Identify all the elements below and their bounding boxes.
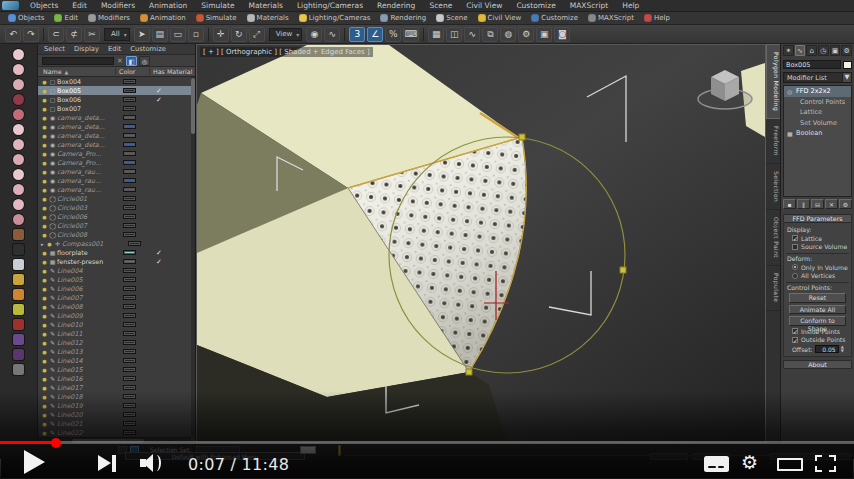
color-swatch[interactable] [123, 115, 136, 120]
table-row[interactable]: ●✎Line010 [38, 320, 191, 329]
ribbon-tab-polygon-modeling[interactable]: Polygon Modeling [766, 44, 780, 119]
color-swatch[interactable] [123, 232, 136, 237]
ribbon-button-maxscript[interactable]: MAXScript [583, 12, 639, 24]
search-options-button[interactable]: ◎ [139, 56, 150, 66]
ribbon-button-customize[interactable]: Customize [526, 12, 583, 24]
table-row[interactable]: ●✎Line018 [38, 392, 191, 401]
color-swatch[interactable] [123, 331, 136, 336]
strip-icon-8[interactable] [13, 169, 24, 180]
explorer-menu-display[interactable]: Display [74, 45, 99, 53]
window-crossing-icon[interactable]: ▫ [188, 27, 204, 42]
table-row[interactable]: ●◉camera_deta... [38, 122, 191, 131]
color-swatch[interactable] [123, 133, 136, 138]
manage-layers-icon[interactable]: ▦ [428, 27, 444, 42]
table-row[interactable]: ●✎Line017 [38, 383, 191, 392]
strip-icon-9[interactable] [13, 184, 24, 195]
color-swatch[interactable] [123, 169, 136, 174]
volume-button[interactable] [140, 453, 166, 473]
only-in-volume-radio-row[interactable]: Only In Volume [792, 264, 849, 271]
color-swatch[interactable] [123, 124, 136, 129]
color-swatch[interactable] [123, 250, 136, 255]
menu-item-rendering[interactable]: Rendering [370, 0, 422, 11]
table-row[interactable]: ●◯Circle008 [38, 230, 191, 239]
schematic-view-icon[interactable]: ⧉ [482, 27, 498, 42]
bind-to-space-warp-icon[interactable]: ✂ [84, 27, 100, 42]
select-and-scale-icon[interactable]: ⤢ [249, 27, 265, 42]
color-swatch[interactable] [123, 322, 136, 327]
table-row[interactable]: ●◯Circle007 [38, 221, 191, 230]
color-swatch[interactable] [123, 313, 136, 318]
select-by-name-icon[interactable]: ▤ [152, 27, 168, 42]
select-and-manipulate-icon[interactable]: ∿ [324, 27, 340, 42]
ribbon-button-civil-view[interactable]: Civil View [473, 12, 527, 24]
key-filter-button[interactable] [300, 446, 316, 454]
select-and-rotate-icon[interactable]: ↻ [231, 27, 247, 42]
color-swatch[interactable] [123, 259, 136, 264]
strip-icon-3[interactable] [13, 94, 24, 105]
table-row[interactable]: ●✎Line004 [38, 266, 191, 275]
table-row[interactable]: ●✎Line009 [38, 311, 191, 320]
ribbon-button-materials[interactable]: Materials [242, 12, 294, 24]
menu-item-lighting-cameras[interactable]: Lighting/Cameras [290, 0, 370, 11]
fullscreen-button[interactable] [815, 455, 836, 472]
ribbon-button-help[interactable]: Help [639, 12, 675, 24]
color-swatch[interactable] [123, 376, 136, 381]
column-header-has-material[interactable]: Has Material [150, 68, 195, 75]
strip-icon-10[interactable] [13, 199, 24, 210]
table-row[interactable]: ●▦floorplate✓ [38, 248, 191, 257]
table-row[interactable]: ●✎Line006 [38, 284, 191, 293]
explorer-menu-customize[interactable]: Customize [130, 45, 166, 53]
explorer-vertical-scrollbar[interactable] [191, 77, 195, 437]
color-swatch[interactable] [123, 421, 136, 426]
table-row[interactable]: ●◯Circle003 [38, 203, 191, 212]
color-swatch[interactable] [123, 304, 136, 309]
conform-to-shape-button[interactable]: Conform to Shape [789, 316, 847, 326]
curve-editor-icon[interactable]: ∿ [464, 27, 480, 42]
keyboard-shortcut-override-icon[interactable]: ⌨ [403, 27, 419, 42]
color-swatch[interactable] [123, 196, 136, 201]
graphite-modeling-icon[interactable]: ◫ [446, 27, 462, 42]
modifier-stack-item-ffd-2x2x2[interactable]: ◎FFD 2x2x2 [784, 86, 851, 97]
object-name-field[interactable]: Box005 [783, 60, 841, 69]
vertex-handle[interactable] [620, 267, 626, 273]
rectangular-selection-region-icon[interactable]: ▭ [170, 27, 186, 42]
strip-icon-14[interactable] [13, 259, 24, 270]
color-swatch[interactable] [123, 79, 136, 84]
ribbon-button-scene[interactable]: Scene [431, 12, 472, 24]
modifier-list-dropdown[interactable]: Modifier List ▼ [783, 72, 852, 83]
percent-snap-toggle-icon[interactable]: % [385, 27, 401, 42]
table-row[interactable]: ▸●✛Compass001 [38, 239, 191, 248]
auto-key-button[interactable] [650, 453, 688, 460]
tab-utilities[interactable]: ⚙ [841, 45, 852, 56]
table-row[interactable]: ●✎Line008 [38, 302, 191, 311]
menu-item-maxscript[interactable]: MAXScript [563, 0, 616, 11]
redo-icon[interactable]: ↷ [23, 27, 39, 42]
checkbox-icon[interactable] [792, 244, 798, 250]
vertex-handle[interactable] [519, 134, 525, 140]
strip-icon-13[interactable] [13, 244, 24, 255]
menu-item-customize[interactable]: Customize [509, 0, 562, 11]
ribbon-button-modifiers[interactable]: Modifiers [83, 12, 135, 24]
tab-hierarchy[interactable]: ⌂ [806, 45, 817, 56]
color-swatch[interactable] [123, 295, 136, 300]
strip-icon-19[interactable] [13, 334, 24, 345]
strip-icon-0[interactable] [13, 49, 24, 60]
color-swatch[interactable] [123, 340, 136, 345]
table-row[interactable]: ●◯Circle006 [38, 212, 191, 221]
show-end-result-button[interactable]: ∥ [797, 199, 810, 209]
use-pivot-point-center-icon[interactable]: ◉ [306, 27, 322, 42]
selection-filter-dropdown[interactable]: All▾ [104, 28, 130, 41]
strip-icon-15[interactable] [13, 274, 24, 285]
make-unique-button[interactable]: ⊟ [811, 199, 824, 209]
outside-points-checkbox-row[interactable]: ✓ Outside Points [792, 336, 849, 343]
ribbon-tab-populate[interactable]: Populate [766, 266, 780, 310]
ribbon-button-lighting-cameras[interactable]: Lighting/Cameras [294, 12, 376, 24]
table-row[interactable]: ●✎Line007 [38, 293, 191, 302]
modifier-stack-item-boolean[interactable]: ▦Boolean [784, 128, 851, 139]
color-swatch[interactable] [123, 205, 136, 210]
modifier-stack-item-lattice[interactable]: Lattice [784, 107, 851, 118]
color-swatch[interactable] [123, 106, 136, 111]
progress-scrubber[interactable] [51, 438, 61, 448]
material-editor-icon[interactable]: ◍ [500, 27, 516, 42]
color-swatch[interactable] [123, 214, 136, 219]
